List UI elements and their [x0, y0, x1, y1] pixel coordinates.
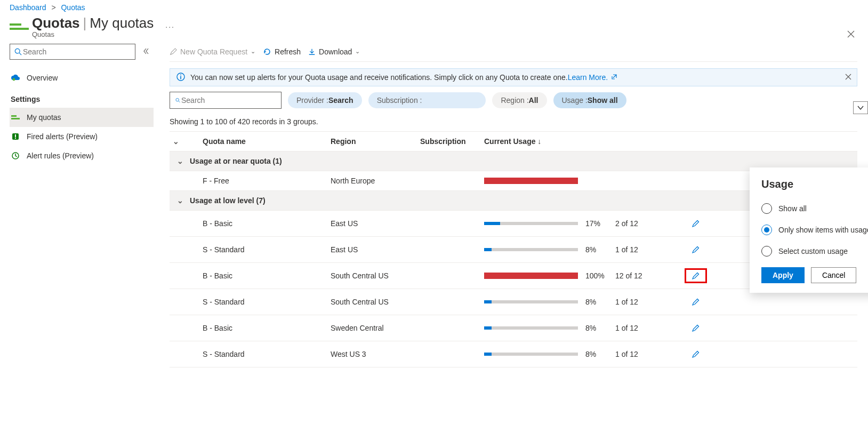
column-header-subscription[interactable]: Subscription [417, 132, 481, 151]
edit-quota-button[interactable] [685, 294, 707, 309]
quotas-icon [11, 113, 20, 122]
cell-of [612, 171, 681, 191]
cell-quota-name: S - Standard [199, 237, 327, 263]
table-row[interactable]: S - StandardWest US 38%1 of 12 [170, 341, 857, 367]
cell-of: 1 of 12 [612, 315, 681, 341]
tool-label: New Quota Request [180, 47, 247, 56]
cell-percent: 100% [582, 263, 612, 289]
cell-of: 1 of 12 [612, 237, 681, 263]
learn-more-link[interactable]: Learn More. [568, 73, 608, 82]
filter-search-input[interactable] [170, 92, 282, 109]
edit-quota-button[interactable] [685, 347, 707, 362]
svg-point-0 [15, 49, 20, 53]
chevron-down-icon: ⌄ [251, 48, 255, 55]
group-label: Usage at or near quota (1) [190, 157, 282, 165]
filter-row: Provider : Search Subscription : Region … [170, 92, 857, 109]
pencil-icon [692, 271, 700, 280]
chevron-down-icon: ⌄ [355, 48, 360, 55]
sidebar-section-settings: Settings [11, 95, 154, 103]
clock-icon [11, 151, 20, 161]
svg-rect-4 [15, 134, 16, 137]
pencil-icon [692, 324, 700, 332]
cell-quota-name: S - Standard [199, 289, 327, 315]
sidebar-item-my-quotas[interactable]: My quotas [10, 108, 154, 127]
cell-usage-bar [481, 171, 582, 191]
cell-percent: 17% [582, 211, 612, 237]
radio-custom-usage[interactable]: Select custom usage [761, 241, 868, 262]
table-row[interactable]: B - BasicSweden Central8%1 of 12 [170, 315, 857, 341]
cell-of: 12 of 12 [612, 263, 681, 289]
sidebar-item-alert-rules[interactable]: Alert rules (Preview) [10, 146, 154, 165]
radio-icon [761, 225, 772, 235]
page-title: Quotas | My quotas [32, 15, 154, 31]
cell-subscription [417, 315, 481, 341]
cell-percent: 8% [582, 341, 612, 367]
sidebar-item-fired-alerts[interactable]: Fired alerts (Preview) [10, 127, 154, 146]
filter-pill-provider[interactable]: Provider : Search [288, 92, 362, 108]
radio-show-all[interactable]: Show all [761, 198, 868, 219]
more-actions-button[interactable]: ··· [165, 22, 175, 31]
pencil-icon [692, 219, 700, 228]
edit-quota-button[interactable] [685, 321, 707, 335]
cell-region: East US [327, 237, 417, 263]
column-header-region[interactable]: Region [327, 132, 417, 151]
cell-percent: 8% [582, 289, 612, 315]
breadcrumb-quotas[interactable]: Quotas [61, 3, 85, 12]
breadcrumb-separator: > [51, 3, 55, 12]
dismiss-info-button[interactable] [845, 73, 851, 82]
chevron-down-icon: ⌄ [177, 157, 183, 165]
cell-region: Sweden Central [327, 315, 417, 341]
cell-region: West US 3 [327, 341, 417, 367]
download-button[interactable]: Download ⌄ [308, 47, 360, 56]
radio-label: Show all [778, 204, 807, 213]
app-root: Dashboard > Quotas Quotas | My quotas Qu… [0, 0, 868, 432]
cell-region: North Europe [327, 171, 417, 191]
cell-region: South Central US [327, 263, 417, 289]
filter-pill-subscription[interactable]: Subscription : [368, 92, 486, 108]
column-options-button[interactable] [853, 101, 868, 114]
edit-quota-button[interactable] [685, 242, 707, 257]
cell-of: 2 of 12 [612, 211, 681, 237]
apply-button[interactable]: Apply [761, 267, 805, 283]
chevron-down-icon: ⌄ [177, 196, 183, 205]
svg-rect-5 [15, 138, 16, 139]
toolbar: New Quota Request ⌄ Refresh Download ⌄ [170, 44, 857, 62]
edit-quota-button[interactable] [685, 268, 707, 283]
breadcrumb-dashboard[interactable]: Dashboard [10, 3, 46, 12]
pencil-icon [692, 298, 700, 306]
cloud-icon [11, 73, 20, 83]
cell-quota-name: S - Standard [199, 341, 327, 367]
alert-icon [11, 132, 20, 141]
info-icon [176, 73, 185, 83]
cell-usage-bar [481, 289, 582, 315]
cell-usage-bar [481, 315, 582, 341]
sidebar-item-label: My quotas [27, 113, 61, 122]
cell-quota-name: F - Free [199, 171, 327, 191]
cancel-button[interactable]: Cancel [811, 267, 857, 283]
cell-quota-name: B - Basic [199, 315, 327, 341]
cell-percent: 8% [582, 315, 612, 341]
filter-pill-region[interactable]: Region : All [492, 92, 546, 108]
quotas-icon [10, 20, 29, 33]
filter-pill-usage[interactable]: Usage : Show all [553, 92, 626, 108]
cell-percent: 8% [582, 237, 612, 263]
chevron-down-icon[interactable]: ⌄ [173, 137, 179, 146]
sort-down-icon: ↓ [537, 137, 541, 146]
cell-usage-bar [481, 341, 582, 367]
column-header-current-usage[interactable]: Current Usage ↓ [481, 132, 582, 151]
edit-quota-button[interactable] [685, 216, 707, 231]
cell-subscription [417, 341, 481, 367]
column-header-quota-name[interactable]: Quota name [199, 132, 327, 151]
cell-subscription [417, 171, 481, 191]
main-content: New Quota Request ⌄ Refresh Download ⌄ Y… [163, 38, 868, 432]
download-icon [308, 48, 316, 55]
info-text: You can now set up alerts for your Quota… [190, 73, 568, 82]
refresh-button[interactable]: Refresh [263, 47, 301, 56]
collapse-sidebar-button[interactable] [139, 47, 154, 56]
new-quota-request-button[interactable]: New Quota Request ⌄ [170, 47, 255, 56]
search-icon [14, 48, 22, 55]
sidebar-item-overview[interactable]: Overview [10, 68, 154, 87]
sidebar-search-input[interactable] [10, 44, 135, 60]
radio-only-usage[interactable]: Only show items with usage [761, 219, 868, 241]
page-title-main: Quotas [32, 15, 80, 31]
